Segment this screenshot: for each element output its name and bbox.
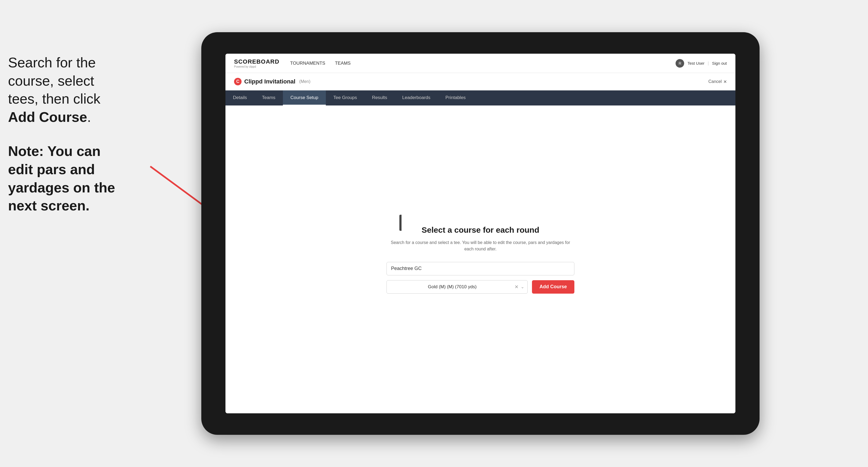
card-subtitle: Search for a course and select a tee. Yo… xyxy=(386,240,575,252)
navbar: SCOREBOARD Powered by clippd TOURNAMENTS… xyxy=(225,54,736,73)
tournament-title-row: C Clippd Invitational (Men) xyxy=(234,78,310,85)
navbar-links: TOURNAMENTS TEAMS xyxy=(290,61,676,66)
tournament-icon: C xyxy=(234,78,242,85)
tablet-screen: SCOREBOARD Powered by clippd TOURNAMENTS… xyxy=(225,54,736,413)
tab-results[interactable]: Results xyxy=(365,90,395,105)
nav-teams[interactable]: TEAMS xyxy=(335,61,351,66)
user-name: Test User xyxy=(687,61,704,65)
close-icon: ✕ xyxy=(723,79,727,84)
tournament-type: (Men) xyxy=(299,79,311,84)
tab-tee-groups[interactable]: Tee Groups xyxy=(326,90,365,105)
instruction-panel: Search for the course, select tees, then… xyxy=(8,54,164,215)
navbar-right: R Test User | Sign out xyxy=(676,59,727,68)
instruction-text: Search for the course, select tees, then… xyxy=(8,54,164,126)
chevron-down-icon[interactable]: ⌄ xyxy=(521,284,524,289)
tab-course-setup[interactable]: Course Setup xyxy=(283,90,326,105)
sign-out-link[interactable]: Sign out xyxy=(712,61,727,65)
tab-teams[interactable]: Teams xyxy=(254,90,283,105)
cancel-button[interactable]: Cancel ✕ xyxy=(708,79,727,84)
avatar: R xyxy=(676,59,684,68)
tee-select-value: Gold (M) (M) (7010 yds) xyxy=(390,284,515,289)
tee-select-row: Gold (M) (M) (7010 yds) ✕ ⌄ Add Course xyxy=(386,280,575,293)
nav-tournaments[interactable]: TOURNAMENTS xyxy=(290,61,325,66)
note-text: Note: You can edit pars and yardages on … xyxy=(8,142,164,215)
tee-clear-icon[interactable]: ✕ xyxy=(515,284,519,289)
tournament-name: Clippd Invitational xyxy=(244,78,296,85)
tee-select-controls: ✕ ⌄ xyxy=(515,284,524,289)
tab-leaderboards[interactable]: Leaderboards xyxy=(395,90,438,105)
logo-title: SCOREBOARD xyxy=(234,58,279,65)
tablet-side-button xyxy=(399,215,402,231)
tab-bar: Details Teams Course Setup Tee Groups Re… xyxy=(225,90,736,105)
app-logo: SCOREBOARD Powered by clippd xyxy=(234,58,279,68)
course-select-card: Select a course for each round Search fo… xyxy=(386,225,575,293)
tournament-header: C Clippd Invitational (Men) Cancel ✕ xyxy=(225,73,736,90)
user-separator: | xyxy=(708,61,709,66)
card-title: Select a course for each round xyxy=(386,225,575,235)
course-search-input[interactable] xyxy=(386,262,575,275)
add-course-button[interactable]: Add Course xyxy=(532,280,575,293)
logo-subtitle: Powered by clippd xyxy=(234,65,279,68)
tab-details[interactable]: Details xyxy=(225,90,254,105)
tab-printables[interactable]: Printables xyxy=(438,90,473,105)
main-content: Select a course for each round Search fo… xyxy=(225,105,736,413)
tee-select-container[interactable]: Gold (M) (M) (7010 yds) ✕ ⌄ xyxy=(386,280,528,293)
tablet-frame: SCOREBOARD Powered by clippd TOURNAMENTS… xyxy=(201,32,760,435)
course-search-wrapper xyxy=(386,262,575,275)
